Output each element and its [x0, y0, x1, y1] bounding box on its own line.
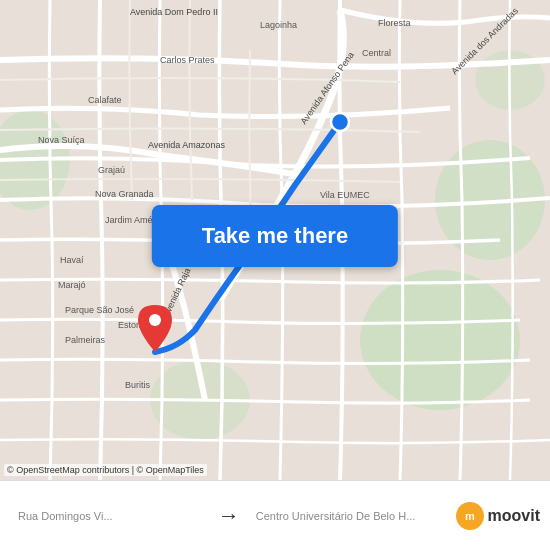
- map-attribution: © OpenStreetMap contributors | © OpenMap…: [4, 464, 207, 476]
- svg-point-1: [360, 270, 520, 410]
- svg-text:Carlos Prates: Carlos Prates: [160, 55, 215, 65]
- svg-text:Avenida Dom Pedro II: Avenida Dom Pedro II: [130, 7, 218, 17]
- svg-text:Avenida Amazonas: Avenida Amazonas: [148, 140, 225, 150]
- map-view: Avenida Dom Pedro II Lagoinha Floresta C…: [0, 0, 550, 480]
- route-arrow-icon: →: [210, 503, 248, 529]
- svg-text:Palmeiras: Palmeiras: [65, 335, 106, 345]
- svg-text:Havaí: Havaí: [60, 255, 84, 265]
- svg-text:Calafate: Calafate: [88, 95, 122, 105]
- svg-text:Lagoinha: Lagoinha: [260, 20, 297, 30]
- svg-text:Vila EUMEC: Vila EUMEC: [320, 190, 370, 200]
- bottom-navigation-bar: Rua Domingos Vi... → Centro Universitári…: [0, 480, 550, 550]
- svg-text:Grajaú: Grajaú: [98, 165, 125, 175]
- take-me-there-button[interactable]: Take me there: [152, 205, 398, 267]
- origin-label: Rua Domingos Vi...: [18, 510, 202, 522]
- moovit-brand-name: moovit: [488, 507, 540, 525]
- svg-text:Marajó: Marajó: [58, 280, 86, 290]
- moovit-logo: m moovit: [448, 502, 540, 530]
- svg-text:Nova Granada: Nova Granada: [95, 189, 154, 199]
- destination-label: Centro Universitário De Belo H...: [256, 510, 440, 522]
- moovit-logo-icon: m: [456, 502, 484, 530]
- svg-text:Parque São José: Parque São José: [65, 305, 134, 315]
- svg-text:Buritis: Buritis: [125, 380, 151, 390]
- svg-text:Nova Suíça: Nova Suíça: [38, 135, 85, 145]
- svg-text:Central: Central: [362, 48, 391, 58]
- origin-endpoint: Rua Domingos Vi...: [10, 510, 210, 522]
- svg-text:Floresta: Floresta: [378, 18, 411, 28]
- destination-endpoint: Centro Universitário De Belo H...: [248, 510, 448, 522]
- svg-text:m: m: [465, 510, 475, 522]
- svg-point-28: [149, 314, 161, 326]
- svg-point-27: [331, 113, 349, 131]
